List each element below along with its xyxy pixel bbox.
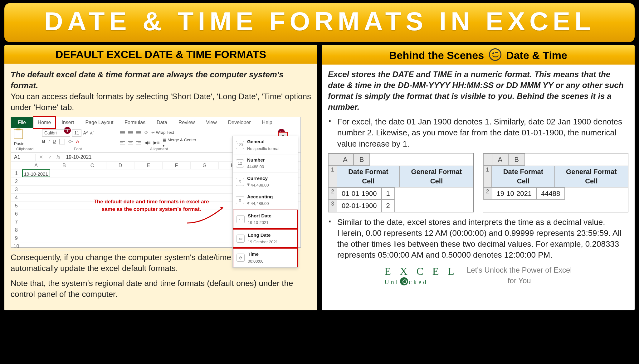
- col-c[interactable]: C: [78, 162, 106, 169]
- left-para-2: Note that, the system's regional date an…: [11, 278, 311, 300]
- right-header-a: Behind the Scenes: [389, 49, 484, 61]
- col-a[interactable]: A: [22, 162, 50, 169]
- align-right-icon[interactable]: [136, 141, 141, 144]
- paste-icon: [14, 129, 23, 139]
- enter-icon[interactable]: ✓: [46, 154, 54, 161]
- format-icon: 123: [236, 141, 244, 149]
- shrink-font-icon[interactable]: A˅: [90, 131, 95, 136]
- annotation-arrow-icon: [186, 204, 229, 226]
- left-intro-bold: The default excel date & time format are…: [11, 70, 284, 90]
- tab-formulas[interactable]: Formulas: [119, 117, 151, 128]
- excel-screenshot: File Home Insert Page Layout Formulas Da…: [11, 117, 301, 248]
- align-top-icon[interactable]: [120, 131, 125, 134]
- cell-a1[interactable]: 19-10-2021: [22, 169, 50, 177]
- ribbon-tabs: File Home Insert Page Layout Formulas Da…: [11, 117, 300, 128]
- mini-tables: AB 1Date Format CellGeneral Format Cell …: [328, 153, 628, 212]
- format-option-number[interactable]: 12Number44488.00: [233, 154, 298, 173]
- alignment-group-label: Alignment: [117, 146, 201, 152]
- t2-col-a: A: [492, 153, 509, 166]
- right-header-b: Date & Time: [506, 49, 567, 61]
- tab-insert[interactable]: Insert: [56, 117, 80, 128]
- font-group-label: Font: [39, 146, 117, 152]
- tab-page-layout[interactable]: Page Layout: [80, 117, 119, 128]
- tab-review[interactable]: Review: [173, 117, 200, 128]
- columns: DEFAULT EXCEL DATE & TIME FORMATS The de…: [4, 45, 635, 310]
- tab-developer[interactable]: Developer: [222, 117, 256, 128]
- dec-indent-icon[interactable]: ◀≡: [144, 140, 150, 146]
- t2-h-a: Date Format Cell: [492, 166, 555, 187]
- t1-col-a: A: [337, 153, 354, 166]
- format-option-currency[interactable]: ₹Currency₹ 44,488.00: [233, 173, 298, 191]
- format-icon: ▭: [237, 235, 245, 243]
- col-b[interactable]: B: [50, 162, 78, 169]
- group-clipboard: Paste Clipboard: [11, 128, 39, 152]
- align-center-icon[interactable]: [128, 141, 133, 144]
- table-2: AB 1Date Format CellGeneral Format Cell …: [483, 153, 629, 212]
- bullet-2: Similar to the date, excel stores and in…: [337, 217, 628, 260]
- format-option-general[interactable]: 123GeneralNo specific format: [233, 136, 298, 154]
- logo-top: E X C E L: [384, 265, 457, 277]
- page-title-banner: DATE & TIME FORMATS IN EXCEL: [4, 3, 635, 42]
- formula-input[interactable]: 19-10-2021: [63, 154, 91, 161]
- t2-col-b: B: [508, 153, 525, 166]
- bold-button[interactable]: B: [42, 138, 45, 145]
- tab-view[interactable]: View: [200, 117, 222, 128]
- align-left-icon[interactable]: [120, 141, 125, 144]
- format-option-short-date[interactable]: ▭Short Date19-10-2021: [233, 210, 298, 229]
- right-card-body: Excel stores the DATE and TIME in a nume…: [322, 65, 635, 289]
- col-e[interactable]: E: [134, 162, 163, 169]
- font-name-select[interactable]: Calibri: [42, 129, 70, 137]
- left-intro: The default excel date & time format are…: [11, 69, 311, 113]
- left-intro-rest: You can access default formats by select…: [11, 92, 311, 112]
- col-f[interactable]: F: [163, 162, 191, 169]
- border-button[interactable]: [59, 139, 65, 144]
- footer: E X C E L Unlcked Let's Unlock the Power…: [328, 264, 628, 286]
- underline-button[interactable]: U: [53, 138, 56, 145]
- name-box[interactable]: A1: [11, 154, 36, 161]
- wink-emoji-icon: [489, 48, 501, 61]
- tab-help[interactable]: Help: [256, 117, 278, 128]
- format-option-time[interactable]: ◔Time00:00:00: [233, 248, 298, 267]
- table-1: AB 1Date Format CellGeneral Format Cell …: [328, 153, 474, 212]
- inc-indent-icon[interactable]: ▶≡: [154, 140, 159, 146]
- col-g[interactable]: G: [191, 162, 219, 169]
- tab-home[interactable]: Home: [33, 116, 56, 129]
- tab-file[interactable]: File: [11, 117, 33, 128]
- left-card: DEFAULT EXCEL DATE & TIME FORMATS The de…: [4, 45, 317, 310]
- font-size-select[interactable]: 11: [72, 129, 81, 137]
- format-option-long-date[interactable]: ▭Long Date19 October 2021: [233, 229, 298, 248]
- bullet-1: For excel, the date 01 Jan 1900 denotes …: [337, 116, 628, 149]
- right-intro: Excel stores the DATE and TIME in a nume…: [328, 69, 628, 113]
- left-card-header: DEFAULT EXCEL DATE & TIME FORMATS: [4, 45, 317, 64]
- format-icon: ≣: [236, 196, 244, 204]
- cancel-icon[interactable]: ✕: [36, 154, 46, 161]
- format-icon: ▭: [237, 215, 245, 223]
- group-font: Calibri 11 A^ A˅ B I U ◇· A: [39, 128, 117, 152]
- excel-unlocked-logo: E X C E L Unlcked: [384, 264, 457, 286]
- col-d[interactable]: D: [106, 162, 134, 169]
- right-bullets-2: Similar to the date, excel stores and in…: [328, 217, 628, 260]
- wrap-text-button[interactable]: ↩ Wrap Text: [151, 130, 174, 135]
- tab-data[interactable]: Data: [151, 117, 173, 128]
- grow-font-icon[interactable]: A^: [83, 130, 88, 136]
- font-color-button[interactable]: A: [76, 138, 79, 145]
- italic-button[interactable]: I: [48, 138, 50, 145]
- format-icon: ₹: [236, 178, 244, 186]
- t2-h-b: General Format Cell: [555, 166, 628, 187]
- lock-icon: [400, 277, 408, 285]
- t1-h-b: General Format Cell: [400, 166, 473, 187]
- t1-h-a: Date Format Cell: [337, 166, 400, 187]
- paste-button[interactable]: [14, 129, 36, 140]
- fx-icon[interactable]: fx: [54, 154, 63, 161]
- left-card-body: The default excel date & time format are…: [4, 64, 317, 310]
- right-bullets: For excel, the date 01 Jan 1900 denotes …: [328, 116, 628, 149]
- tagline: Let's Unlock the Power of Excel for You: [467, 265, 572, 286]
- t1-col-b: B: [354, 153, 370, 166]
- orientation-icon[interactable]: ⟳: [144, 129, 148, 135]
- right-card-header: Behind the Scenes Date & Time: [322, 45, 635, 65]
- format-option-accounting[interactable]: ≣Accounting₹ 44,488.00: [233, 191, 298, 210]
- fill-color-button[interactable]: ◇·: [68, 138, 73, 145]
- align-bot-icon[interactable]: [136, 131, 141, 134]
- align-mid-icon[interactable]: [128, 131, 133, 134]
- paste-label: Paste: [14, 141, 36, 147]
